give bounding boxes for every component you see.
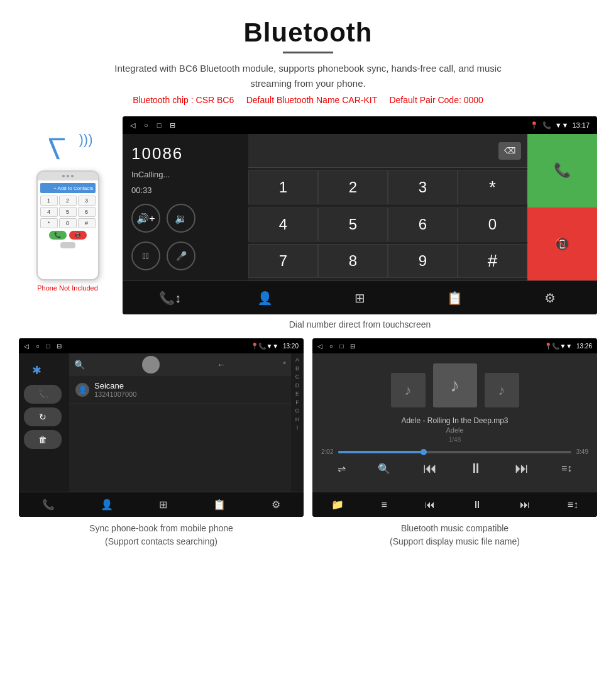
pb-nav-transfer[interactable]: 📋 [213,499,226,511]
pb-nav-home[interactable]: ○ [36,343,40,350]
music-equalizer-btn[interactable]: ≡↕ [561,463,572,474]
nav-messages-btn[interactable]: 📋 [439,285,471,311]
nav-back-icon[interactable]: ◁ [130,121,135,130]
pb-status-bar: ◁ ○ □ ⊟ 📍📞▼▼ 13:20 [19,338,304,353]
pb-alpha-c[interactable]: C [295,373,300,382]
phone-key-3: 3 [78,196,96,206]
dial-key-5[interactable]: 5 [318,207,388,241]
phonebook-item: ◁ ○ □ ⊟ 📍📞▼▼ 13:20 ✱ 📞 ↻ 🗑 [19,338,304,548]
pb-alpha-a[interactable]: A [295,356,299,365]
dial-key-0[interactable]: 0 [458,207,527,241]
pb-phone-btn[interactable]: 📞 [24,385,62,404]
phone-dot [71,175,74,177]
music-nav-next[interactable]: ⏭ [520,499,530,511]
pb-contact-item[interactable]: 👤 Seicane 13241007000 [69,376,291,404]
music-album-small-left: ♪ [391,373,426,407]
pb-alpha-h[interactable]: H [295,416,300,424]
dial-key-6[interactable]: 6 [388,207,458,241]
dial-key-3[interactable]: 3 [388,170,458,204]
music-nav-list[interactable]: ≡ [382,499,387,511]
nav-recents-icon[interactable]: □ [157,121,162,129]
nav-settings-btn[interactable]: ⚙ [534,285,566,311]
volume-down-btn[interactable]: 🔉 [167,204,195,233]
dial-call-green-btn[interactable]: 📞 [527,134,597,207]
pb-alpha-g[interactable]: G [295,407,299,416]
music-caption: Bluetooth music compatible (Support disp… [312,522,597,548]
pb-nav-misc[interactable]: ⊟ [57,343,62,350]
music-nav-prev[interactable]: ⏮ [425,499,435,511]
music-status-bar: ◁ ○ □ ⊟ 📍📞▼▼ 13:26 [312,338,597,353]
call-status: InCalling... [131,170,239,179]
pb-nav-settings[interactable]: ⚙ [272,499,280,511]
pb-alpha-f[interactable]: F [295,399,299,407]
music-nav-recents[interactable]: □ [340,343,344,350]
pb-alpha-i[interactable]: I [297,424,299,433]
pb-nav-grid[interactable]: ⊞ [159,499,167,511]
car-status-right: 📍 📞 ▼▼ 13:17 [530,121,590,130]
pb-alpha-b[interactable]: B [295,365,299,373]
music-search-btn[interactable]: 🔍 [378,463,390,475]
dialer-right: ⌫ 📞 1 2 3 * 4 5 6 0 📵 [248,134,597,280]
call-buttons: 🔊+ 🔉 [131,204,239,233]
music-nav-back[interactable]: ◁ [317,343,322,350]
dial-backspace-btn[interactable]: ⌫ [498,142,521,160]
phone-call-btn: 📞 [49,231,67,240]
pb-nav-back[interactable]: ◁ [24,343,29,350]
pb-delete-btn[interactable]: 🗑 [24,430,62,449]
bluetooth-symbol-icon: ⎲ [48,134,66,160]
dial-key-1[interactable]: 1 [248,170,318,204]
call-timer: 00:33 [131,185,239,195]
pb-sync-btn[interactable]: ↻ [24,407,62,426]
dialer-left: 10086 InCalling... 00:33 🔊+ 🔉 ↗⃞ 🎤 [123,134,248,280]
nav-screenshot-icon[interactable]: ⊟ [170,121,175,130]
music-prev-btn[interactable]: ⏮ [423,460,437,477]
pb-back-arrow[interactable]: ← [217,360,226,370]
call-buttons-2: ↗⃞ 🎤 [131,241,239,270]
nav-contacts-btn[interactable]: 👤 [250,285,281,311]
nav-keypad-btn[interactable]: ⊞ [344,285,376,311]
pb-alpha-d[interactable]: D [295,382,300,390]
pb-alpha-e[interactable]: E [295,390,299,399]
pb-body: ✱ 📞 ↻ 🗑 🔍 ← * 👤 Seicane [19,353,304,492]
dial-key-hash[interactable]: # [458,244,527,278]
pb-nav-recents[interactable]: □ [47,343,50,350]
page-title: Bluetooth [25,18,591,48]
call-icon: 📞 [542,121,551,130]
pb-nav-phone[interactable]: 📞 [42,499,55,511]
dial-end-call-btn[interactable]: 📵 [527,207,597,281]
music-nav-misc[interactable]: ⊟ [350,343,355,350]
nav-phone-btn[interactable]: 📞↕ [155,285,186,311]
pb-search-icon[interactable]: 🔍 [74,360,85,370]
location-icon: 📍 [530,121,539,130]
phone-keypad: 1 2 3 4 5 6 * 0 # [40,196,96,228]
music-progress-bar[interactable] [338,451,571,453]
pb-alphabet-index: A B C D E F G H I [291,353,304,492]
music-shuffle-btn[interactable]: ⇌ [338,463,346,475]
music-nav-folder[interactable]: 📁 [331,499,344,511]
nav-home-icon[interactable]: ○ [144,121,148,129]
volume-up-btn[interactable]: 🔊+ [131,204,160,233]
dial-key-9[interactable]: 9 [388,244,458,278]
phone-key-4: 4 [40,207,58,217]
transfer-btn[interactable]: ↗⃞ [131,241,160,270]
music-bottom-nav: 📁 ≡ ⏮ ⏸ ⏭ ≡↕ [312,492,597,517]
dial-key-2[interactable]: 2 [318,170,388,204]
music-nav-eq[interactable]: ≡↕ [568,499,578,511]
phone-screen-header-text: + Add to Contacts [53,185,93,191]
mic-btn[interactable]: 🎤 [167,241,195,270]
music-album-main: ♪ [433,363,477,407]
dial-key-4[interactable]: 4 [248,207,318,241]
phone-key-5: 5 [59,207,77,217]
dial-key-7[interactable]: 7 [248,244,318,278]
dial-key-star[interactable]: * [458,170,527,204]
music-time-current: 2:02 [321,448,333,455]
phone-end-btn: 📵 [69,231,87,240]
dial-key-8[interactable]: 8 [318,244,388,278]
music-nav-home[interactable]: ○ [329,343,333,350]
music-next-btn[interactable]: ⏭ [515,460,529,477]
music-nav-play[interactable]: ⏸ [472,499,482,511]
pb-nav-contacts[interactable]: 👤 [101,499,113,511]
phone-key-star: * [40,218,58,228]
spec-line: Bluetooth chip : CSR BC6 Default Bluetoo… [25,95,591,105]
music-play-pause-btn[interactable]: ⏸ [469,460,483,477]
